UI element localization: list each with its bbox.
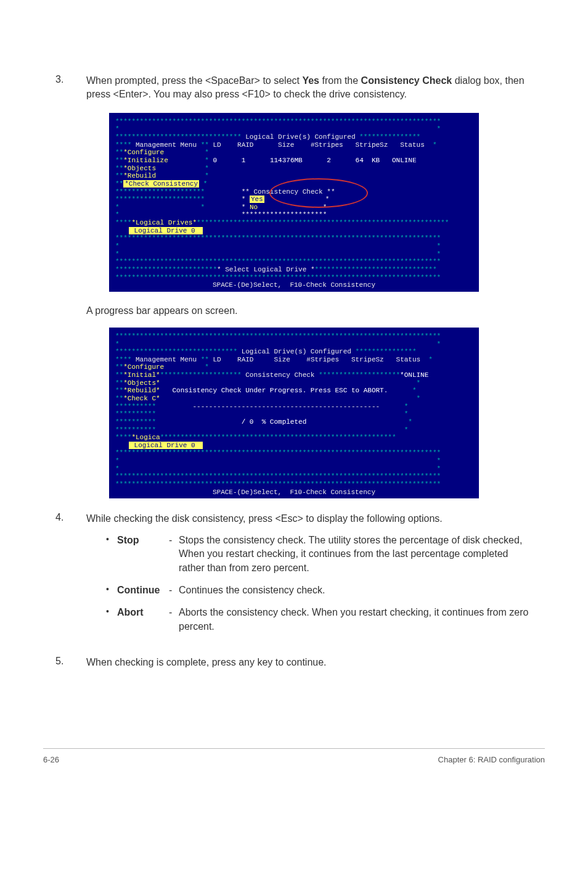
bios-border: ****************************************…	[115, 234, 473, 242]
page-footer: 6-26 Chapter 6: RAID configuration	[43, 748, 545, 764]
option-separator: -	[169, 606, 179, 619]
bios-menu-item-configure: ***Configure *	[115, 149, 473, 157]
option-separator: -	[169, 534, 179, 547]
bios-screenshot-1: ****************************************…	[109, 113, 479, 292]
bios-border: * *	[115, 125, 473, 133]
bios-menu-item-rebuild: ***Rebuild *	[115, 172, 473, 180]
bios-dialog-yes: ********************** * Yes *	[115, 196, 473, 204]
yes-option: Yes	[250, 196, 264, 203]
bios-header-row: ******************************* Logical …	[115, 133, 473, 141]
bios-border: ****************************************…	[115, 449, 473, 457]
bios-border: ****************************************…	[115, 258, 473, 266]
bios-menu-item: ***Configure *	[115, 363, 473, 371]
bullet: •	[106, 584, 117, 596]
option-name: Abort	[117, 606, 169, 619]
option-desc: Aborts the consistency check. When you r…	[179, 606, 533, 633]
bios-footer-help: SPACE-(De)Select, F10-Check Consistency	[115, 489, 473, 497]
bold-yes: Yes	[302, 75, 319, 86]
text: from the	[319, 75, 361, 86]
bullet: •	[106, 606, 117, 618]
bios-header-row: ****************************** Logical D…	[115, 348, 473, 356]
bios-border: ********** -----------------------------…	[115, 403, 473, 411]
bios-consistency-check-title: ***Initial********************* Consiste…	[115, 371, 473, 379]
bios-dialog-no: * * * No *	[115, 204, 473, 212]
bold-consistency-check: Consistency Check	[361, 75, 452, 86]
bios-logical-drive-0: Logical Drive 0	[129, 442, 203, 450]
bios-border: * *********************	[115, 211, 473, 219]
bios-border: ****************************************…	[115, 472, 473, 481]
bios-border: * *	[115, 457, 473, 465]
bios-menu-item: ***Objects* *	[115, 379, 473, 387]
step-number: 5.	[55, 656, 86, 669]
bios-progress-message: ***Rebuild* Consistency Check Under Prog…	[115, 387, 473, 395]
option-name: Stop	[117, 534, 169, 547]
bios-border: * *	[115, 250, 473, 258]
bios-border: ****************************************…	[115, 274, 473, 282]
text: While checking the disk consistency, pre…	[86, 513, 443, 524]
option-separator: -	[169, 584, 179, 597]
option-continue: • Continue - Continues the consistency c…	[106, 584, 533, 597]
bios-logical-drives: *****Logical Drives*********************…	[115, 219, 473, 227]
bios-data-row: ***Initialize * 0 1 114376MB 2 64 KB ONL…	[115, 157, 473, 165]
options-list: • Stop - Stops the consistency check. Th…	[106, 534, 533, 633]
bios-menu-item-objects: ***Objects *	[115, 165, 473, 173]
no-option: No	[250, 204, 258, 211]
option-stop: • Stop - Stops the consistency check. Th…	[106, 534, 533, 575]
bios-border: ********** *	[115, 410, 473, 418]
bios-border: * *	[115, 465, 473, 473]
bios-border: ****************************************…	[115, 481, 473, 489]
step-body: When checking is complete, press any key…	[86, 656, 327, 669]
option-desc: Stops the consistency check. The utility…	[179, 534, 533, 575]
bios-menu-item: ***Check C* *	[115, 395, 473, 403]
bios-border: ********** *	[115, 426, 473, 434]
bios-screenshot-2: ****************************************…	[109, 328, 479, 498]
bios-border: * *	[115, 242, 473, 250]
option-abort: • Abort - Aborts the consistency check. …	[106, 606, 533, 633]
bios-progress-percent: ********** / 0 % Completed *	[115, 418, 473, 426]
text: When prompted, press the <SpaceBar> to s…	[86, 75, 302, 86]
bios-menu-item-check: ***Check Consistency *	[115, 180, 473, 188]
step-body: When prompted, press the <SpaceBar> to s…	[86, 74, 533, 102]
option-desc: Continues the consistency check.	[179, 584, 533, 597]
bios-border: ****************************************…	[115, 332, 473, 340]
bios-select-drive: ************************** Select Logica…	[115, 266, 473, 274]
bios-border: * *	[115, 340, 473, 349]
bios-logical-drive-0: Logical Drive 0	[129, 227, 203, 235]
step-number: 3.	[55, 74, 86, 102]
step-4: 4. While checking the disk consistency, …	[55, 512, 533, 645]
bios-border: ********************** ** Consistency Ch…	[115, 188, 473, 196]
bios-border: ****************************************…	[115, 118, 473, 126]
step-number: 4.	[55, 512, 86, 645]
bios-footer-help: SPACE-(De)Select, F10-Check Consistency	[115, 281, 473, 289]
bios-column-headers: **** Management Menu ** LD RAID Size #St…	[115, 356, 473, 364]
progress-caption: A progress bar appears on screen.	[86, 305, 533, 316]
step-body: While checking the disk consistency, pre…	[86, 512, 533, 645]
option-name: Continue	[117, 584, 169, 597]
step-3: 3. When prompted, press the <SpaceBar> t…	[55, 74, 533, 102]
chapter-title: Chapter 6: RAID configuration	[438, 755, 545, 764]
bullet: •	[106, 534, 117, 546]
step-5: 5. When checking is complete, press any …	[55, 656, 533, 669]
page-number: 6-26	[43, 755, 59, 764]
bios-logica: *****Logica*****************************…	[115, 434, 473, 442]
bios-column-headers: **** Management Menu ** LD RAID Size #St…	[115, 141, 473, 149]
